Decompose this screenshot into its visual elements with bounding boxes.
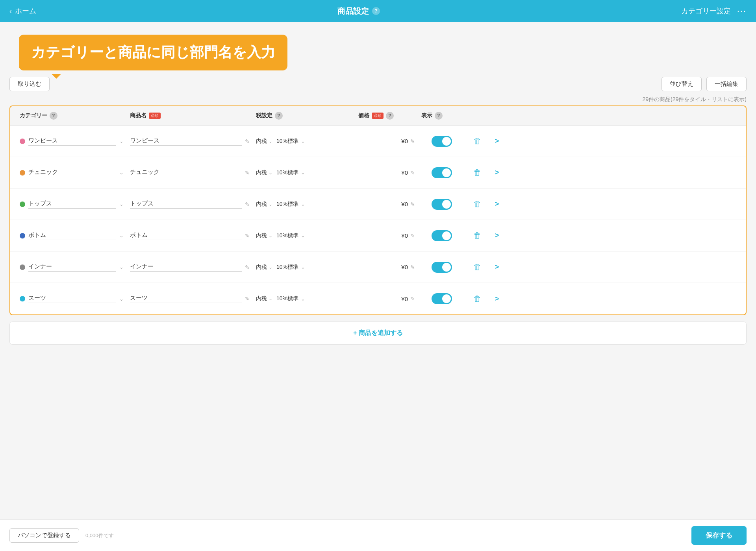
tax-rate-chevron-0[interactable]: ⌄ (301, 138, 305, 144)
footer-left: パソコンで登録する 0,000件です (9, 528, 114, 543)
th-delete (465, 106, 489, 125)
display-toggle-1[interactable] (432, 167, 452, 178)
category-chevron-2[interactable]: ⌄ (119, 201, 124, 207)
category-chevron-3[interactable]: ⌄ (119, 233, 124, 239)
price-edit-icon-2[interactable]: ✎ (410, 201, 415, 207)
tax-rate-chevron-4[interactable]: ⌄ (301, 264, 305, 270)
add-product-section: + 商品を追加する (9, 322, 747, 345)
detail-arrow-icon-5[interactable]: > (495, 295, 499, 303)
category-chevron-1[interactable]: ⌄ (119, 170, 124, 176)
delete-icon-2[interactable]: 🗑 (473, 200, 481, 209)
back-button[interactable]: ‹ ホーム (9, 6, 36, 16)
detail-arrow-icon-0[interactable]: > (495, 137, 499, 145)
product-name-edit-icon-4[interactable]: ✎ (245, 264, 250, 270)
th-tax: 税設定 ? (253, 106, 355, 125)
arrow-cell-4: > (489, 260, 505, 274)
trash-cell-0: 🗑 (465, 133, 489, 149)
price-edit-icon-1[interactable]: ✎ (410, 170, 415, 176)
tax-rate-chevron-5[interactable]: ⌄ (301, 296, 305, 302)
category-name-2: トップス (28, 200, 116, 209)
toolbar-right: 並び替え 一括編集 (662, 77, 747, 91)
product-name-text-5: スーツ (130, 294, 242, 303)
category-color-dot-5 (20, 296, 25, 301)
back-arrow-icon: ‹ (9, 7, 12, 15)
category-chevron-0[interactable]: ⌄ (119, 138, 124, 144)
detail-arrow-icon-2[interactable]: > (495, 200, 499, 208)
tax-type-select-2[interactable]: 内税 ⌄ (256, 201, 272, 208)
display-toggle-2[interactable] (432, 199, 452, 210)
table-row: スーツ ⌄ スーツ ✎ 内税 ⌄ 10%標準 ⌄ ¥0 ✎ 🗑 (10, 283, 746, 314)
tax-type-select-5[interactable]: 内税 ⌄ (256, 295, 272, 302)
price-edit-icon-4[interactable]: ✎ (410, 264, 415, 270)
table-row: チュニック ⌄ チュニック ✎ 内税 ⌄ 10%標準 ⌄ ¥0 ✎ 🗑 (10, 157, 746, 189)
trash-cell-3: 🗑 (465, 228, 489, 243)
price-edit-icon-5[interactable]: ✎ (410, 296, 415, 302)
arrow-cell-5: > (489, 292, 505, 306)
save-button[interactable]: 保存する (691, 526, 747, 545)
page-title-area: 商品設定 ? (337, 6, 380, 17)
display-help-icon[interactable]: ? (435, 112, 443, 120)
import-button[interactable]: 取り込む (9, 77, 50, 91)
delete-icon-1[interactable]: 🗑 (473, 168, 481, 177)
tax-rate-text-1: 10%標準 (276, 169, 298, 176)
product-name-cell-5: スーツ ✎ (127, 291, 253, 306)
product-name-edit-icon-1[interactable]: ✎ (245, 170, 250, 176)
price-edit-icon-3[interactable]: ✎ (410, 233, 415, 239)
price-help-icon[interactable]: ? (386, 112, 394, 120)
bulk-edit-button[interactable]: 一括編集 (706, 77, 747, 91)
tax-cell-0: 内税 ⌄ 10%標準 ⌄ (253, 135, 355, 148)
tax-rate-chevron-1[interactable]: ⌄ (301, 170, 305, 176)
display-toggle-3[interactable] (432, 230, 452, 241)
category-settings-link[interactable]: カテゴリー設定 (681, 6, 731, 16)
th-price: 価格 必須 ? (355, 106, 418, 125)
tax-type-select-1[interactable]: 内税 ⌄ (256, 169, 272, 176)
price-text-0: ¥0 (401, 138, 408, 144)
detail-arrow-icon-4[interactable]: > (495, 263, 499, 271)
category-name-0: ワンピース (28, 137, 116, 146)
toggle-cell-0 (418, 133, 465, 150)
add-product-button[interactable]: + 商品を追加する (353, 329, 403, 337)
toggle-cell-5 (418, 290, 465, 307)
product-name-cell-1: チュニック ✎ (127, 165, 253, 180)
sort-button[interactable]: 並び替え (662, 77, 702, 91)
tax-help-icon[interactable]: ? (275, 112, 283, 120)
tax-rate-chevron-3[interactable]: ⌄ (301, 233, 305, 239)
title-help-icon[interactable]: ? (372, 7, 380, 15)
tax-type-select-0[interactable]: 内税 ⌄ (256, 138, 272, 145)
category-cell-2: トップス ⌄ (17, 197, 127, 212)
register-pc-button[interactable]: パソコンで登録する (9, 528, 79, 543)
th-display: 表示 ? (418, 106, 465, 125)
product-name-text-2: トップス (130, 200, 242, 209)
tax-cell-1: 内税 ⌄ 10%標準 ⌄ (253, 166, 355, 179)
category-cell-1: チュニック ⌄ (17, 165, 127, 180)
arrow-cell-0: > (489, 134, 505, 148)
delete-icon-5[interactable]: 🗑 (473, 294, 481, 303)
detail-arrow-icon-1[interactable]: > (495, 168, 499, 177)
category-help-icon[interactable]: ? (50, 112, 57, 120)
delete-icon-3[interactable]: 🗑 (473, 231, 481, 240)
category-chevron-4[interactable]: ⌄ (119, 264, 124, 270)
display-toggle-5[interactable] (432, 293, 452, 304)
price-text-4: ¥0 (401, 264, 408, 270)
product-name-edit-icon-2[interactable]: ✎ (245, 201, 250, 207)
product-name-edit-icon-0[interactable]: ✎ (245, 138, 250, 144)
product-name-edit-icon-3[interactable]: ✎ (245, 233, 250, 239)
price-cell-2: ¥0 ✎ (355, 198, 418, 211)
category-color-dot-3 (20, 233, 25, 239)
detail-arrow-icon-3[interactable]: > (495, 231, 499, 240)
price-edit-icon-0[interactable]: ✎ (410, 138, 415, 144)
category-chevron-5[interactable]: ⌄ (119, 296, 124, 302)
more-options-icon[interactable]: ··· (737, 6, 747, 16)
delete-icon-4[interactable]: 🗑 (473, 263, 481, 272)
display-toggle-4[interactable] (432, 262, 452, 273)
delete-icon-0[interactable]: 🗑 (473, 137, 481, 146)
tax-rate-chevron-2[interactable]: ⌄ (301, 201, 305, 207)
tax-type-select-3[interactable]: 内税 ⌄ (256, 232, 272, 239)
tooltip-banner: カテゴリーと商品に同じ部門名を入力 (19, 35, 287, 70)
category-color-dot-2 (20, 202, 25, 207)
tax-type-select-4[interactable]: 内税 ⌄ (256, 264, 272, 271)
table-row: トップス ⌄ トップス ✎ 内税 ⌄ 10%標準 ⌄ ¥0 ✎ 🗑 (10, 189, 746, 220)
product-name-edit-icon-5[interactable]: ✎ (245, 296, 250, 302)
tax-rate-text-2: 10%標準 (276, 201, 298, 208)
display-toggle-0[interactable] (432, 136, 452, 147)
